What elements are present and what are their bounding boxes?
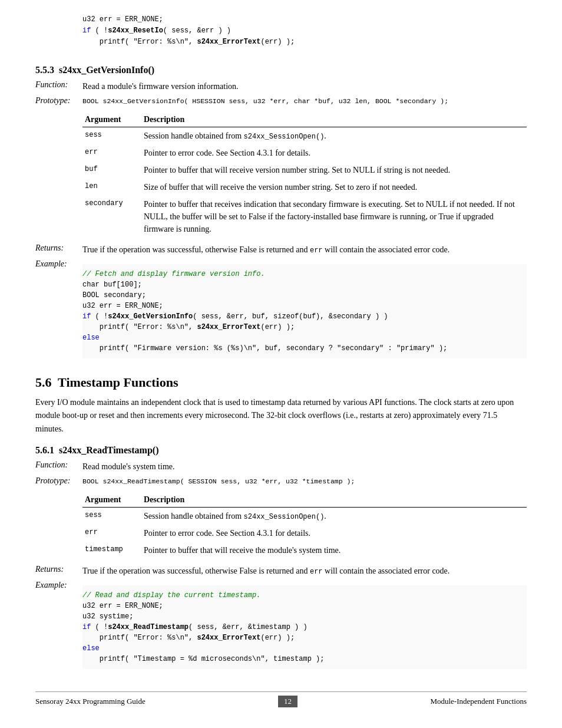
section-56: 5.6 Timestamp Functions Every I/O module… [35,375,527,436]
table-row: err Pointer to error code. See Section 4… [82,525,527,542]
function-row-561: Function: Read module's system time. [35,460,527,473]
returns-row-561: Returns: True if the operation was succe… [35,565,527,577]
table-row: buf Pointer to buffer that will receive … [82,162,527,179]
section-56-heading: 5.6 Timestamp Functions [35,375,527,390]
table-row: err Pointer to error code. See Section 4… [82,144,527,162]
page-footer: Sensoray 24xx Programming Guide 12 Modul… [35,691,527,707]
arg-table-561: Argument Description sess Session handle… [82,492,527,559]
example-code-553: // Fetch and display firmware version in… [82,264,527,358]
prototype-row: Prototype: BOOL s24xx_GetVersionInfo( HS… [35,96,527,106]
arg-table-553: Argument Description sess Session handle… [82,112,527,238]
section-561: 5.6.1 s24xx_ReadTimestamp() Function: Re… [35,445,527,674]
example-row-561: Example: // Read and display the current… [35,581,527,674]
returns-row-553: Returns: True if the operation was succe… [35,243,527,256]
function-row: Function: Read a module's firmware versi… [35,80,527,93]
section-561-heading: 5.6.1 s24xx_ReadTimestamp() [35,445,527,456]
prototype-row-561: Prototype: BOOL s24xx_ReadTimestamp( SES… [35,476,527,486]
code-line: u32 err = ERR_NONE; [82,15,163,24]
table-row: sess Session handle obtained from s24xx_… [82,508,527,525]
top-code-block: u32 err = ERR_NONE; if ( !s24xx_ResetIo(… [35,12,527,55]
col-description: Description [141,492,527,508]
table-row-561: Argument Description sess Session handle… [35,490,527,561]
section-56-desc: Every I/O module maintains an independen… [35,396,527,436]
page-number: 12 [278,696,297,707]
table-row-553: Argument Description sess Session handle… [35,110,527,240]
table-row: len Size of buffer that will receive the… [82,179,527,196]
col-description: Description [141,112,527,127]
section-553-heading: 5.5.3 s24xx_GetVersionInfo() [35,65,527,75]
table-row: secondary Pointer to buffer that receive… [82,196,527,238]
example-row-553: Example: // Fetch and display firmware v… [35,259,527,363]
footer-right: Module-Independent Functions [430,697,527,706]
footer-left: Sensoray 24xx Programming Guide [35,697,146,706]
table-row: timestamp Pointer to buffer that will re… [82,542,527,559]
example-code-561: // Read and display the current timestam… [82,585,527,669]
table-row: sess Session handle obtained from s24xx_… [82,127,527,144]
section-553: 5.5.3 s24xx_GetVersionInfo() Function: R… [35,65,527,363]
code-line-if: if ( !s24xx_ResetIo( sess, &err ) ) prin… [82,27,295,46]
col-argument: Argument [82,492,141,508]
col-argument: Argument [82,112,141,127]
